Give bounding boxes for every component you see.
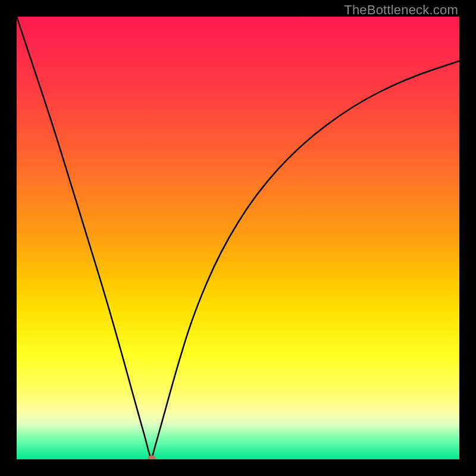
plot-area	[17, 17, 459, 459]
minimum-marker	[148, 455, 156, 459]
bottleneck-curve	[17, 17, 459, 459]
curve-path	[17, 17, 459, 458]
watermark-text: TheBottleneck.com	[344, 2, 458, 18]
